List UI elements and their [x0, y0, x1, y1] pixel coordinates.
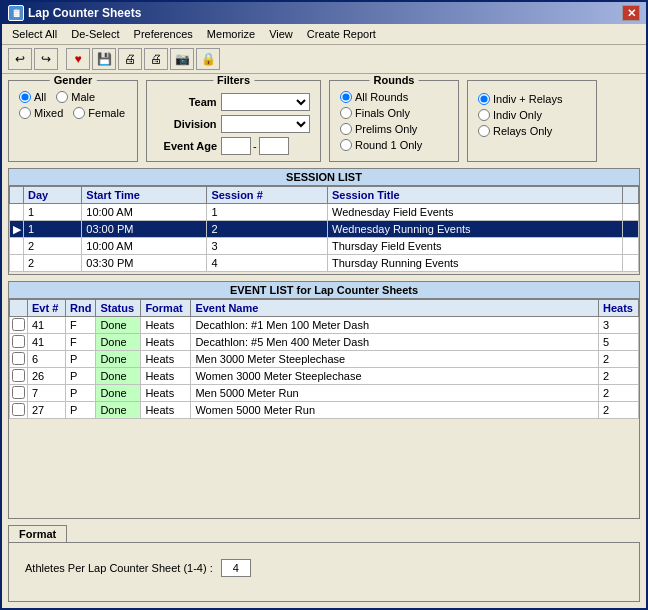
session-list-section: SESSION LIST Day Start Time Session # Se…	[8, 168, 640, 275]
menu-de-select[interactable]: De-Select	[65, 26, 125, 42]
print-preview-button[interactable]: 🖨	[118, 48, 142, 70]
row-rnd: P	[66, 368, 96, 385]
row-status: Done	[96, 334, 141, 351]
row-check[interactable]	[10, 385, 28, 402]
event-table: Evt # Rnd Status Format Event Name Heats…	[9, 299, 639, 419]
athletes-input[interactable]	[221, 559, 251, 577]
row-status: Done	[96, 317, 141, 334]
table-row[interactable]: 2 03:30 PM 4 Thursday Running Events	[10, 255, 639, 272]
row-check[interactable]	[10, 351, 28, 368]
round-prelims-radio[interactable]	[340, 123, 352, 135]
rounds-options: All Rounds Finals Only Prelims Only Roun…	[340, 91, 448, 151]
heart-button[interactable]: ♥	[66, 48, 90, 70]
menu-select-all[interactable]: Select All	[6, 26, 63, 42]
camera-button[interactable]: 📷	[170, 48, 194, 70]
age-min-input[interactable]	[221, 137, 251, 155]
event-age-label: Event Age	[157, 140, 217, 152]
round-round1-label[interactable]: Round 1 Only	[340, 139, 448, 151]
table-row[interactable]: 41 F Done Heats Decathlon: #1 Men 100 Me…	[10, 317, 639, 334]
gender-female-radio[interactable]	[73, 107, 85, 119]
event-checkbox[interactable]	[12, 386, 25, 399]
division-label: Division	[157, 118, 217, 130]
gender-mixed-radio[interactable]	[19, 107, 31, 119]
row-day: 2	[24, 238, 82, 255]
event-checkbox[interactable]	[12, 369, 25, 382]
gender-all-label[interactable]: All	[19, 91, 46, 103]
event-checkbox[interactable]	[12, 335, 25, 348]
gender-male-label[interactable]: Male	[56, 91, 95, 103]
row-format: Heats	[141, 317, 191, 334]
round-finals-label[interactable]: Finals Only	[340, 107, 448, 119]
col-session-num: Session #	[207, 187, 328, 204]
table-row[interactable]: 41 F Done Heats Decathlon: #5 Men 400 Me…	[10, 334, 639, 351]
table-row[interactable]: 1 10:00 AM 1 Wednesday Field Events	[10, 204, 639, 221]
gender-row-1: All Male	[19, 91, 127, 103]
table-row[interactable]: ▶ 1 03:00 PM 2 Wednesday Running Events	[10, 221, 639, 238]
round-round1-radio[interactable]	[340, 139, 352, 151]
col-evt: Evt #	[28, 300, 66, 317]
gender-all-radio[interactable]	[19, 91, 31, 103]
row-check[interactable]	[10, 402, 28, 419]
event-checkbox[interactable]	[12, 403, 25, 416]
row-arrow	[10, 204, 24, 221]
table-row[interactable]: 27 P Done Heats Women 5000 Meter Run 2	[10, 402, 639, 419]
close-button[interactable]: ✕	[622, 5, 640, 21]
gender-male-radio[interactable]	[56, 91, 68, 103]
menu-preferences[interactable]: Preferences	[128, 26, 199, 42]
col-rnd: Rnd	[66, 300, 96, 317]
undo-forward-button[interactable]: ↪	[34, 48, 58, 70]
col-arrow	[10, 187, 24, 204]
table-row[interactable]: 7 P Done Heats Men 5000 Meter Run 2	[10, 385, 639, 402]
indiv-relays-label[interactable]: Indiv + Relays	[478, 93, 586, 105]
row-title: Thursday Running Events	[328, 255, 623, 272]
menu-memorize[interactable]: Memorize	[201, 26, 261, 42]
event-checkbox[interactable]	[12, 352, 25, 365]
round-all-radio[interactable]	[340, 91, 352, 103]
event-table-wrapper[interactable]: Evt # Rnd Status Format Event Name Heats…	[8, 298, 640, 519]
menu-create-report[interactable]: Create Report	[301, 26, 382, 42]
menu-view[interactable]: View	[263, 26, 299, 42]
gender-mixed-label[interactable]: Mixed	[19, 107, 63, 119]
row-heats: 2	[599, 385, 639, 402]
gender-female-text: Female	[88, 107, 125, 119]
relays-only-label[interactable]: Relays Only	[478, 125, 586, 137]
row-event-name: Decathlon: #1 Men 100 Meter Dash	[191, 317, 599, 334]
toolbar: ↩ ↪ ♥ 💾 🖨 🖨 📷 🔒	[2, 45, 646, 74]
row-check[interactable]	[10, 368, 28, 385]
team-select[interactable]	[221, 93, 310, 111]
print-button[interactable]: 🖨	[144, 48, 168, 70]
indiv-only-label[interactable]: Indiv Only	[478, 109, 586, 121]
round-finals-radio[interactable]	[340, 107, 352, 119]
indiv-only-radio[interactable]	[478, 109, 490, 121]
rounds-panel: Rounds All Rounds Finals Only Prelims On…	[329, 80, 459, 162]
undo-back-button[interactable]: ↩	[8, 48, 32, 70]
session-table: Day Start Time Session # Session Title 1…	[9, 186, 639, 272]
save-button[interactable]: 💾	[92, 48, 116, 70]
table-row[interactable]: 6 P Done Heats Men 3000 Meter Steeplecha…	[10, 351, 639, 368]
round-all-label[interactable]: All Rounds	[340, 91, 448, 103]
round-prelims-text: Prelims Only	[355, 123, 417, 135]
indiv-relays-text: Indiv + Relays	[493, 93, 562, 105]
division-select[interactable]	[221, 115, 310, 133]
indiv-only-text: Indiv Only	[493, 109, 542, 121]
relays-only-radio[interactable]	[478, 125, 490, 137]
event-checkbox[interactable]	[12, 318, 25, 331]
row-check[interactable]	[10, 334, 28, 351]
row-format: Heats	[141, 402, 191, 419]
row-check[interactable]	[10, 317, 28, 334]
title-bar: 📋 Lap Counter Sheets ✕	[2, 2, 646, 24]
top-section: Gender All Male	[8, 80, 640, 162]
col-status: Status	[96, 300, 141, 317]
lock-button[interactable]: 🔒	[196, 48, 220, 70]
table-row[interactable]: 2 10:00 AM 3 Thursday Field Events	[10, 238, 639, 255]
gender-female-label[interactable]: Female	[73, 107, 125, 119]
age-max-input[interactable]	[259, 137, 289, 155]
tab-format[interactable]: Format	[8, 525, 67, 542]
session-table-wrapper[interactable]: Day Start Time Session # Session Title 1…	[8, 185, 640, 275]
row-event-name: Men 3000 Meter Steeplechase	[191, 351, 599, 368]
round-prelims-label[interactable]: Prelims Only	[340, 123, 448, 135]
table-row[interactable]: 26 P Done Heats Women 3000 Meter Steeple…	[10, 368, 639, 385]
indiv-relays-radio[interactable]	[478, 93, 490, 105]
col-scrollbar	[623, 187, 639, 204]
row-event-name: Men 5000 Meter Run	[191, 385, 599, 402]
